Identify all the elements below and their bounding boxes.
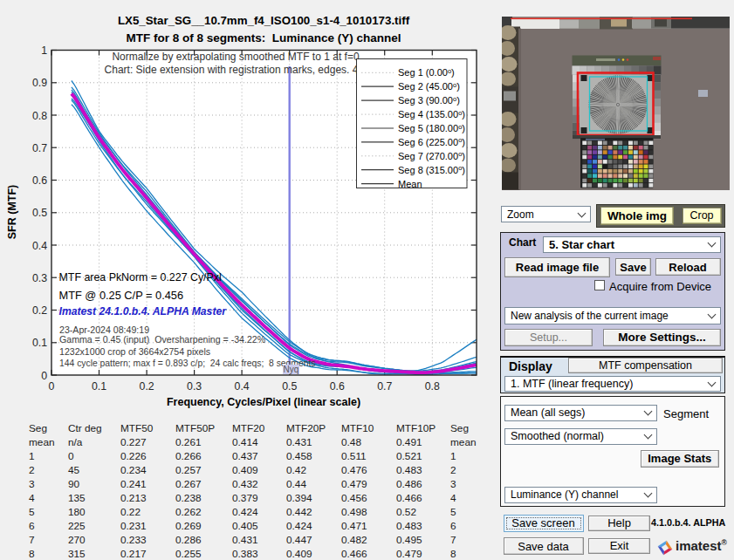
svg-text:Seg 8 (315.00o): Seg 8 (315.00o) xyxy=(398,164,465,175)
svg-text:Seg 2 (45.00o): Seg 2 (45.00o) xyxy=(398,81,460,92)
svg-text:Seg 3 (90.00o): Seg 3 (90.00o) xyxy=(398,95,460,106)
svg-text:Seg 6 (225.00o): Seg 6 (225.00o) xyxy=(398,136,465,147)
svg-text:Seg 1 (0.00o): Seg 1 (0.00o) xyxy=(398,67,455,79)
svg-text:Mean: Mean xyxy=(398,179,422,189)
svg-text:Seg 4 (135.00o): Seg 4 (135.00o) xyxy=(398,109,465,120)
svg-text:Seg 5 (180.00o): Seg 5 (180.00o) xyxy=(398,123,465,134)
svg-text:Seg 7 (270.00o): Seg 7 (270.00o) xyxy=(398,150,465,161)
